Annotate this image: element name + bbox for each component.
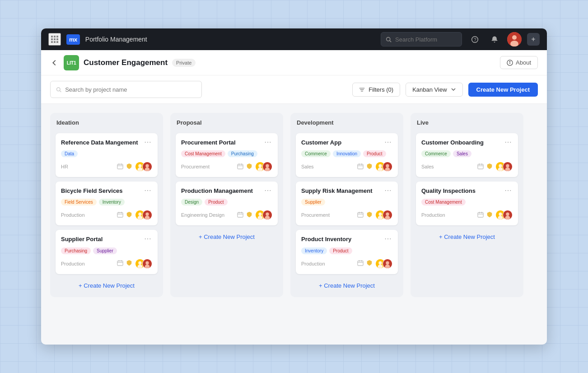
card-dept-supply-risk: Procurement bbox=[301, 212, 330, 218]
svg-rect-64 bbox=[238, 213, 243, 218]
view-selector-button[interactable]: Kanban View bbox=[406, 83, 462, 97]
tag-field-services: Field Services bbox=[61, 199, 97, 205]
avatar-2 bbox=[503, 210, 513, 220]
filter-button[interactable]: Filters (0) bbox=[352, 83, 400, 97]
svg-rect-84 bbox=[358, 213, 363, 218]
nav-app-title: Portfolio Management bbox=[85, 36, 147, 43]
card-menu-supply-risk[interactable]: ⋯ bbox=[383, 187, 392, 194]
column-title-proposal: Proposal bbox=[176, 119, 278, 129]
create-new-live[interactable]: + Create New Project bbox=[416, 230, 518, 242]
calendar-icon bbox=[357, 163, 364, 171]
calendar-icon bbox=[237, 211, 243, 219]
project-search-input[interactable] bbox=[65, 86, 196, 93]
svg-point-92 bbox=[386, 213, 389, 216]
card-menu-product-inventory[interactable]: ⋯ bbox=[383, 235, 392, 242]
svg-point-89 bbox=[378, 213, 382, 216]
tag-supplier: Supplier bbox=[301, 199, 325, 205]
card-title-product-inventory: Product Inventory bbox=[301, 235, 383, 243]
subheader: LIT1 Customer Engagement Private About bbox=[41, 50, 547, 75]
global-search-input[interactable] bbox=[395, 36, 449, 43]
svg-point-50 bbox=[138, 264, 143, 268]
svg-point-103 bbox=[385, 264, 390, 268]
card-menu-supplier-portal[interactable]: ⋯ bbox=[143, 235, 152, 242]
svg-point-39 bbox=[138, 213, 141, 216]
app-window: mx Portfolio Management ? + bbox=[41, 28, 547, 345]
project-icon: LIT1 bbox=[64, 55, 79, 70]
card-menu-bicycle-field[interactable]: ⋯ bbox=[143, 187, 152, 194]
create-project-button[interactable]: Create New Project bbox=[468, 83, 538, 97]
svg-point-113 bbox=[505, 168, 510, 172]
calendar-icon bbox=[357, 211, 364, 219]
grid-menu-icon[interactable] bbox=[48, 33, 61, 46]
svg-point-70 bbox=[258, 216, 263, 220]
shield-icon bbox=[246, 163, 252, 171]
card-menu-production-mgmt[interactable]: ⋯ bbox=[263, 187, 272, 194]
column-title-ideation: Ideation bbox=[56, 119, 158, 129]
card-menu-ref-data[interactable]: ⋯ bbox=[143, 139, 152, 146]
card-supplier-portal: Supplier Portal⋯PurchasingSupplierProduc… bbox=[56, 230, 158, 274]
search-icon bbox=[386, 37, 392, 42]
about-button[interactable]: About bbox=[500, 56, 538, 69]
tag-product: Product bbox=[205, 199, 227, 205]
card-title-customer-onboarding: Customer Onboarding bbox=[421, 139, 504, 147]
svg-point-83 bbox=[385, 168, 390, 172]
card-dept-quality-inspections: Production bbox=[421, 212, 445, 218]
svg-point-79 bbox=[378, 164, 382, 168]
avatar-2 bbox=[262, 162, 272, 172]
back-arrow-icon bbox=[50, 59, 58, 67]
svg-rect-0 bbox=[51, 36, 53, 37]
svg-point-102 bbox=[386, 261, 389, 264]
tag-innovation: Innovation bbox=[333, 150, 361, 157]
add-nav-btn[interactable]: + bbox=[527, 33, 540, 46]
shield-icon bbox=[366, 260, 373, 267]
create-new-proposal[interactable]: + Create New Project bbox=[176, 230, 278, 242]
svg-point-60 bbox=[258, 168, 263, 172]
tag-purchasing: Purchasing bbox=[61, 247, 91, 254]
create-new-ideation[interactable]: + Create New Project bbox=[56, 279, 158, 291]
card-dept-supplier-portal: Production bbox=[61, 261, 85, 266]
project-search-box[interactable] bbox=[50, 81, 202, 98]
notifications-icon-btn[interactable] bbox=[487, 32, 502, 47]
card-product-inventory: Product Inventory⋯InventoryProductProduc… bbox=[296, 230, 398, 274]
global-search[interactable] bbox=[381, 32, 462, 47]
kanban-board: IdeationReference Data Mangement⋯DataHR … bbox=[41, 104, 547, 306]
create-new-development[interactable]: + Create New Project bbox=[296, 279, 398, 291]
shield-icon bbox=[366, 211, 373, 219]
avatar-2 bbox=[142, 162, 152, 172]
column-title-live: Live bbox=[416, 119, 518, 129]
project-search-icon bbox=[56, 87, 61, 93]
help-icon-btn[interactable]: ? bbox=[467, 32, 482, 47]
svg-rect-44 bbox=[117, 261, 123, 266]
tag-commerce: Commerce bbox=[301, 150, 331, 157]
calendar-icon bbox=[477, 163, 484, 171]
svg-point-53 bbox=[145, 264, 150, 268]
svg-point-42 bbox=[145, 213, 149, 216]
card-dept-procurement-portal: Procurement bbox=[181, 164, 210, 169]
shield-icon bbox=[126, 260, 132, 267]
card-menu-customer-onboarding[interactable]: ⋯ bbox=[504, 139, 513, 146]
svg-point-73 bbox=[265, 216, 270, 220]
back-button[interactable] bbox=[50, 59, 58, 67]
card-title-production-mgmt: Production Managaement bbox=[181, 187, 263, 195]
column-title-development: Development bbox=[296, 119, 398, 129]
avatar-2 bbox=[142, 259, 152, 269]
card-menu-procurement-portal[interactable]: ⋯ bbox=[263, 139, 272, 146]
card-menu-customer-app[interactable]: ⋯ bbox=[383, 139, 392, 146]
svg-rect-7 bbox=[54, 41, 56, 43]
svg-point-43 bbox=[145, 216, 150, 220]
svg-point-19 bbox=[57, 87, 61, 91]
svg-point-80 bbox=[378, 168, 383, 172]
svg-point-29 bbox=[138, 164, 141, 168]
card-menu-quality-inspections[interactable]: ⋯ bbox=[504, 187, 513, 194]
shield-icon bbox=[126, 211, 132, 219]
svg-point-109 bbox=[499, 164, 502, 168]
card-dept-customer-app: Sales bbox=[301, 164, 314, 169]
card-title-ref-data: Reference Data Mangement bbox=[61, 139, 143, 147]
svg-rect-74 bbox=[358, 164, 363, 169]
card-dept-ref-data: HR bbox=[61, 164, 68, 169]
tag-commerce: Commerce bbox=[421, 150, 451, 157]
user-avatar[interactable] bbox=[507, 32, 522, 47]
svg-point-69 bbox=[258, 213, 261, 216]
tag-sales: Sales bbox=[453, 150, 471, 157]
svg-line-10 bbox=[390, 40, 391, 42]
